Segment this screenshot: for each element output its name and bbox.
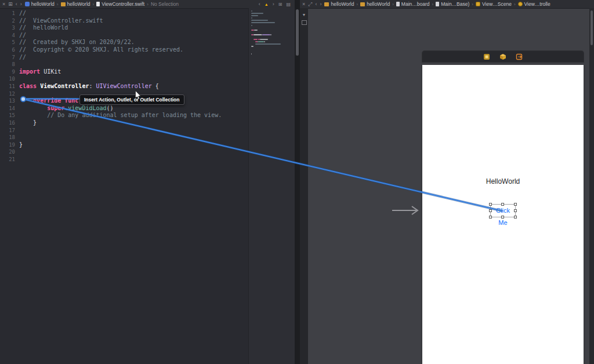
document-outline-icon[interactable] (302, 20, 307, 25)
line-number[interactable]: 1 (0, 10, 19, 17)
breadcrumb-separator: › (514, 2, 516, 7)
code-text: // (19, 32, 26, 39)
line-number[interactable]: 11 (0, 83, 19, 90)
selection-handle[interactable] (514, 216, 517, 219)
code-line[interactable]: 19} (0, 141, 248, 149)
folder-icon (61, 2, 66, 6)
selection-handle[interactable] (514, 203, 517, 206)
close-icon[interactable]: × (302, 1, 305, 8)
minimap-line (251, 30, 295, 31)
forward-chevron-icon[interactable]: › (20, 1, 22, 8)
code-area[interactable]: 1//2// ViewController.swift3// helloWorl… (0, 8, 248, 364)
breadcrumb-item[interactable]: No Selection (151, 1, 179, 7)
back-chevron-icon[interactable]: ‹ (16, 1, 17, 8)
editor-options-icon[interactable]: ▤ (286, 1, 291, 8)
disclosure-triangle-icon[interactable]: ▼ (300, 13, 308, 17)
warning-icon[interactable]: ▲ (265, 1, 269, 8)
line-number[interactable]: 13 (0, 97, 19, 105)
button-selection-box[interactable]: Click Me (490, 204, 516, 217)
code-line[interactable]: 18 (0, 134, 248, 141)
line-number[interactable]: 3 (0, 24, 19, 32)
selection-handle[interactable] (489, 216, 492, 219)
breadcrumb-item[interactable]: Main…board (396, 1, 430, 7)
minimap-line (251, 22, 295, 23)
previous-issue-icon[interactable]: ‹ (259, 1, 260, 8)
code-text: // (19, 10, 26, 17)
minimap-line (251, 37, 295, 38)
forward-chevron-icon[interactable]: › (320, 1, 321, 8)
back-chevron-icon[interactable]: ‹ (315, 1, 317, 8)
code-line[interactable]: 4// (0, 32, 248, 39)
code-line[interactable]: 11class ViewController: UIViewController… (0, 83, 248, 90)
code-line[interactable]: 6// Copyright © 2020 SHXJ. All rights re… (0, 46, 248, 54)
code-line[interactable]: 16 } (0, 119, 248, 127)
device-canvas[interactable]: HelloWorld Click Me (422, 65, 584, 364)
breadcrumb-item[interactable]: Main…Base) (436, 1, 469, 7)
initial-view-controller-arrow[interactable] (390, 204, 423, 217)
line-number[interactable]: 9 (0, 68, 19, 76)
editor-scrollbar-thumb[interactable] (296, 9, 299, 56)
breadcrumb-item[interactable]: helloWorld (360, 1, 390, 7)
related-items-icon[interactable]: ⊞ (8, 1, 13, 8)
line-number[interactable]: 10 (0, 75, 19, 83)
line-number[interactable]: 8 (0, 61, 19, 68)
selection-handle[interactable] (489, 203, 492, 206)
exit-segue-icon[interactable] (516, 53, 523, 60)
breadcrumb-item[interactable]: ViewController.swift (96, 1, 144, 7)
expand-icon[interactable]: ⤢ (308, 1, 312, 8)
line-number[interactable]: 6 (0, 46, 19, 54)
hello-world-label[interactable]: HelloWorld (422, 177, 584, 185)
canvas-scrollbar-thumb[interactable] (591, 10, 593, 45)
line-number[interactable]: 5 (0, 39, 19, 46)
code-line[interactable]: 7// (0, 54, 248, 61)
code-line[interactable]: 3// helloWorld (0, 24, 248, 32)
breadcrumb-separator: › (392, 2, 394, 7)
line-number[interactable]: 2 (0, 17, 19, 25)
code-line[interactable]: 21 (0, 156, 248, 163)
line-number[interactable]: 7 (0, 54, 19, 61)
breadcrumb-item[interactable]: View…trolle (518, 1, 550, 7)
minimap[interactable] (248, 8, 295, 364)
breadcrumb-item[interactable]: helloWorld (25, 1, 55, 7)
line-number[interactable]: 20 (0, 148, 19, 156)
line-number[interactable]: 18 (0, 134, 19, 141)
code-line[interactable]: 5// Created by SHXJ on 2020/9/22. (0, 39, 248, 46)
code-line[interactable]: 9import UIKit (0, 68, 248, 76)
line-number[interactable]: 16 (0, 119, 19, 127)
selection-handle[interactable] (514, 209, 517, 212)
code-line[interactable]: 2// ViewController.swift (0, 17, 248, 25)
breadcrumb-item[interactable]: helloWorld (61, 1, 90, 7)
code-line[interactable]: 1// (0, 10, 248, 17)
selection-handle[interactable] (501, 203, 504, 206)
add-editor-icon[interactable]: ⊞ (278, 1, 282, 8)
pane-divider[interactable] (295, 0, 300, 364)
code-text: // (19, 54, 26, 61)
first-responder-icon[interactable] (499, 53, 506, 60)
code-text: super.viewDidLoad() (19, 105, 114, 112)
line-number[interactable]: 15 (0, 112, 19, 119)
code-line[interactable]: 20 (0, 148, 248, 156)
line-number[interactable]: 12 (0, 90, 19, 98)
selection-handle[interactable] (501, 216, 504, 219)
close-icon[interactable]: × (2, 1, 5, 8)
code-line[interactable]: 8 (0, 61, 248, 68)
code-line[interactable]: 10 (0, 75, 248, 83)
line-number[interactable]: 17 (0, 127, 19, 134)
code-line[interactable]: 14 super.viewDidLoad() (0, 105, 248, 112)
line-number[interactable]: 21 (0, 156, 19, 163)
code-line[interactable]: 17 (0, 127, 248, 134)
line-number[interactable]: 4 (0, 32, 19, 39)
breadcrumb-item[interactable]: helloWorld (324, 1, 354, 7)
minimap-line (251, 56, 295, 57)
line-number[interactable]: 19 (0, 141, 19, 149)
selection-handle[interactable] (489, 209, 492, 212)
code-line[interactable]: 15 // Do any additional setup after load… (0, 112, 248, 119)
minimap-line (251, 49, 295, 50)
next-issue-icon[interactable]: › (273, 1, 274, 8)
breadcrumb-item[interactable]: View…Scene (476, 1, 512, 7)
code-text: // ViewController.swift (19, 17, 103, 25)
view-controller-scene[interactable]: HelloWorld Click Me (422, 51, 584, 364)
canvas-scrollbar[interactable] (589, 8, 594, 364)
line-number[interactable]: 14 (0, 105, 19, 112)
view-controller-icon[interactable] (483, 53, 490, 60)
